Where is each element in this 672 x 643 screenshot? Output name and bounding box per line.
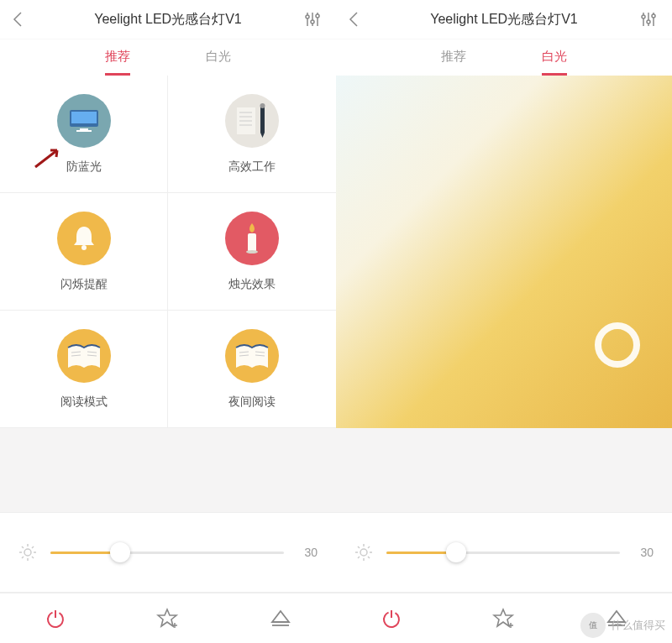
svg-point-1 [306,15,309,18]
brightness-slider[interactable] [50,552,284,554]
slider-thumb[interactable] [110,542,130,562]
bell-icon [57,212,111,265]
page-title: Yeelight LED光感台灯V1 [32,11,304,29]
bottom-bar [0,593,336,643]
svg-line-57 [368,557,370,558]
page-title: Yeelight LED光感台灯V1 [368,11,640,29]
eject-button[interactable] [270,609,291,628]
watermark: 值 什么值得买 [580,613,665,638]
tab-white[interactable]: 白光 [206,49,231,76]
svg-line-56 [358,546,360,548]
header: Yeelight LED光感台灯V1 [336,0,672,39]
left-pane: Yeelight LED光感台灯V1 推荐 白光 防蓝光 [0,0,336,643]
svg-rect-9 [76,130,92,132]
right-pane: Yeelight LED光感台灯V1 推荐 白光 [336,0,672,643]
back-button[interactable] [12,11,32,28]
svg-point-5 [316,14,319,18]
svg-line-59 [368,546,370,548]
watermark-text: 什么值得买 [611,618,665,633]
mode-label: 闪烁提醒 [60,277,108,292]
favorite-button[interactable] [156,608,180,630]
brightness-value: 30 [635,546,654,559]
recommend-content: 防蓝光 高效工作 闪烁提醒 [0,76,336,512]
svg-marker-62 [494,609,512,626]
svg-rect-15 [260,106,265,133]
settings-icon[interactable] [304,11,324,28]
svg-line-34 [22,546,24,548]
brightness-slider-block: 30 [0,512,336,593]
mode-label: 防蓝光 [66,159,102,175]
svg-point-51 [360,549,367,556]
svg-point-50 [652,14,655,18]
mode-label: 烛光效果 [228,277,276,292]
monitor-icon [57,94,111,148]
brightness-value: 30 [299,546,318,559]
power-button[interactable] [381,608,402,630]
book-icon [57,329,111,383]
pen-note-icon [225,94,279,148]
brightness-slider[interactable] [386,552,620,554]
slider-thumb[interactable] [446,542,466,562]
svg-point-46 [642,15,645,18]
brightness-icon [18,543,37,562]
tabs: 推荐 白光 [336,39,672,76]
svg-point-18 [81,245,87,250]
mode-candle[interactable]: 烛光效果 [168,193,336,311]
svg-point-3 [311,20,314,24]
svg-marker-40 [158,609,176,626]
brightness-icon [354,543,373,562]
tabs: 推荐 白光 [0,39,336,76]
watermark-logo: 值 [580,613,606,638]
color-temperature-picker[interactable] [336,76,672,428]
power-button[interactable] [45,608,66,630]
picker-handle[interactable] [595,322,640,368]
svg-line-37 [32,546,34,548]
tab-recommend[interactable]: 推荐 [105,49,130,76]
mode-label: 高效工作 [228,159,276,175]
settings-icon[interactable] [640,11,660,28]
svg-marker-43 [272,611,289,622]
favorite-button[interactable] [492,608,516,630]
book-icon [225,329,279,383]
svg-rect-7 [71,112,97,123]
white-content [336,76,672,512]
arrow-annotation [34,147,62,169]
candle-icon [225,212,279,265]
svg-point-29 [24,549,31,556]
svg-rect-8 [80,128,88,130]
svg-line-58 [358,557,360,558]
svg-line-36 [22,557,24,558]
svg-point-20 [246,250,258,254]
mode-night-reading[interactable]: 夜间阅读 [168,311,336,428]
svg-marker-16 [260,133,265,138]
back-button[interactable] [348,11,368,28]
svg-point-17 [260,103,265,108]
svg-rect-19 [248,233,256,252]
mode-reading[interactable]: 阅读模式 [0,311,168,428]
mode-efficient-work[interactable]: 高效工作 [168,76,336,193]
tab-white[interactable]: 白光 [542,49,567,76]
mode-anti-blue[interactable]: 防蓝光 [0,76,168,193]
tab-recommend[interactable]: 推荐 [441,49,466,76]
mode-label: 阅读模式 [60,395,108,410]
header: Yeelight LED光感台灯V1 [0,0,336,39]
mode-grid: 防蓝光 高效工作 闪烁提醒 [0,76,336,428]
svg-line-35 [32,557,34,558]
mode-flash-alert[interactable]: 闪烁提醒 [0,193,168,311]
brightness-slider-block: 30 [336,512,672,593]
mode-label: 夜间阅读 [228,395,276,410]
svg-point-48 [647,20,650,24]
